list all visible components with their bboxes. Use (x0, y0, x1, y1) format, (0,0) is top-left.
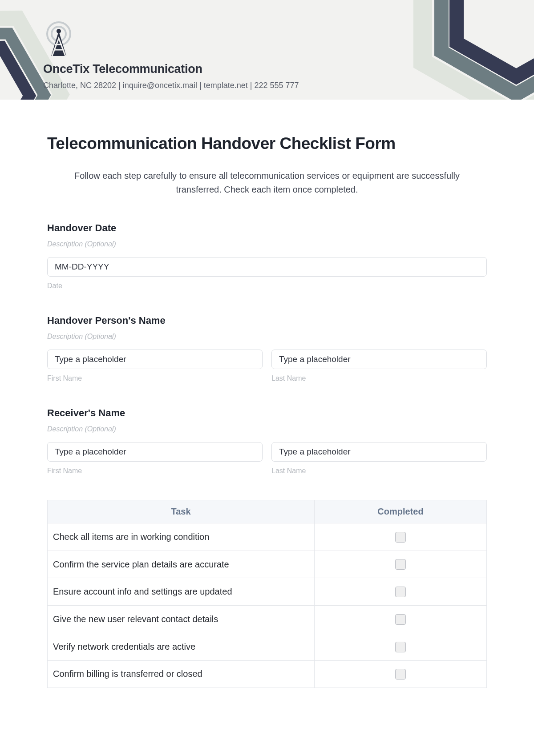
receiver-last-help: Last Name (271, 467, 487, 475)
page-subtitle: Follow each step carefully to ensure all… (47, 169, 487, 197)
handover-person-section: Handover Person's Name Description (Opti… (47, 315, 487, 382)
receiver-first-help: First Name (47, 467, 263, 475)
company-info-line: Charlotte, NC 28202 | inquire@oncetix.ma… (43, 81, 534, 90)
completed-cell (315, 523, 487, 551)
handover-date-desc: Description (Optional) (47, 240, 487, 248)
handover-date-input[interactable] (47, 257, 487, 277)
company-logo-icon (43, 21, 74, 57)
table-header-completed: Completed (315, 500, 487, 523)
completed-cell (315, 606, 487, 633)
handover-date-section: Handover Date Description (Optional) Dat… (47, 222, 487, 290)
receiver-last-input[interactable] (271, 442, 487, 462)
form-content: Telecommunication Handover Checklist For… (0, 100, 534, 688)
handover-person-desc: Description (Optional) (47, 333, 487, 341)
task-cell: Verify network credentials are active (48, 633, 315, 660)
completed-cell (315, 660, 487, 688)
handover-person-first-input[interactable] (47, 350, 263, 369)
table-header-task: Task (48, 500, 315, 523)
receiver-first-input[interactable] (47, 442, 263, 462)
checklist-table: Task Completed Check all items are in wo… (47, 500, 487, 688)
page-title: Telecommunication Handover Checklist For… (47, 134, 487, 153)
table-row: Give the new user relevant contact detai… (48, 606, 487, 633)
task-checkbox[interactable] (395, 642, 406, 652)
task-checkbox[interactable] (395, 587, 406, 597)
handover-date-help: Date (47, 282, 487, 290)
table-row: Ensure account info and settings are upd… (48, 578, 487, 606)
completed-cell (315, 633, 487, 660)
receiver-desc: Description (Optional) (47, 425, 487, 433)
handover-person-last-help: Last Name (271, 374, 487, 382)
table-row: Confirm billing is transferred or closed (48, 660, 487, 688)
task-cell: Confirm the service plan details are acc… (48, 551, 315, 578)
task-cell: Check all items are in working condition (48, 523, 315, 551)
task-checkbox[interactable] (395, 532, 406, 543)
handover-person-label: Handover Person's Name (47, 315, 487, 326)
task-cell: Confirm billing is transferred or closed (48, 660, 315, 688)
task-cell: Ensure account info and settings are upd… (48, 578, 315, 606)
handover-person-last-input[interactable] (271, 350, 487, 369)
handover-date-label: Handover Date (47, 222, 487, 234)
table-row: Confirm the service plan details are acc… (48, 551, 487, 578)
receiver-section: Receiver's Name Description (Optional) F… (47, 407, 487, 475)
receiver-label: Receiver's Name (47, 407, 487, 419)
handover-person-first-help: First Name (47, 374, 263, 382)
completed-cell (315, 551, 487, 578)
page-header: OnceTix Telecommunication Charlotte, NC … (0, 0, 534, 100)
task-checkbox[interactable] (395, 614, 406, 625)
task-cell: Give the new user relevant contact detai… (48, 606, 315, 633)
table-row: Check all items are in working condition (48, 523, 487, 551)
task-checkbox[interactable] (395, 559, 406, 570)
completed-cell (315, 578, 487, 606)
task-checkbox[interactable] (395, 669, 406, 680)
company-name: OnceTix Telecommunication (43, 62, 534, 76)
table-row: Verify network credentials are active (48, 633, 487, 660)
